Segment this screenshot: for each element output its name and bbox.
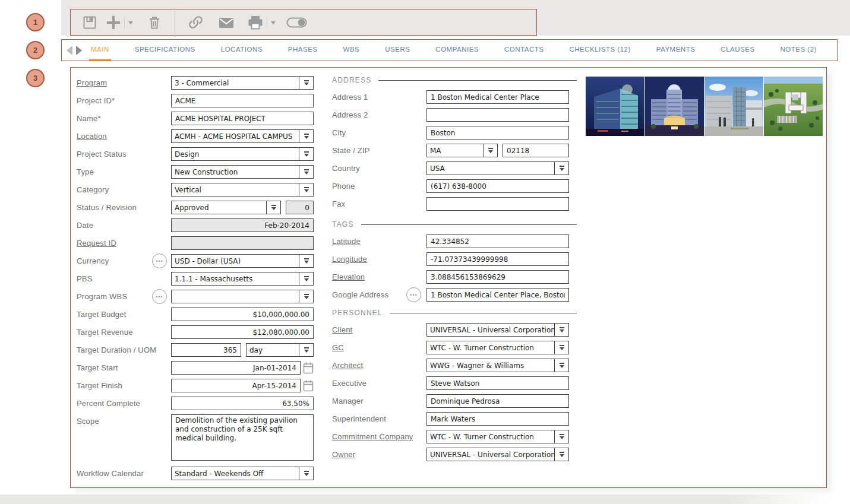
field-row-phone: Phone — [332, 179, 577, 193]
client-label[interactable]: Client — [332, 325, 426, 334]
google-address-input[interactable] — [426, 288, 569, 302]
tab-payments[interactable]: PAYMENTS — [655, 40, 697, 61]
toggle-icon[interactable] — [283, 11, 311, 34]
print-icon[interactable] — [244, 11, 267, 34]
tab-clauses[interactable]: CLAUSES — [719, 40, 756, 61]
program-wbs-select[interactable] — [171, 290, 314, 303]
tabs-scroll-right-icon[interactable] — [76, 46, 82, 55]
status-select[interactable]: Approved — [171, 201, 281, 214]
target-finish-input[interactable] — [171, 379, 301, 392]
latitude-label[interactable]: Latitude — [332, 237, 426, 246]
owner-label[interactable]: Owner — [332, 450, 426, 459]
percent-complete-input[interactable] — [171, 397, 314, 410]
save-icon[interactable] — [77, 11, 103, 34]
currency-more-button[interactable]: ••• — [152, 253, 167, 268]
superintendent-input[interactable] — [426, 412, 569, 426]
type-select[interactable]: New Construction — [171, 165, 314, 179]
tab-contacts[interactable]: CONTACTS — [503, 40, 545, 61]
target-duration-input[interactable] — [171, 343, 241, 357]
gc-label[interactable]: GC — [332, 343, 426, 352]
project-status-select[interactable]: Design — [171, 147, 314, 161]
tab-main[interactable]: MAIN — [89, 40, 111, 61]
target-budget-label: Target Budget — [77, 310, 171, 319]
workflow-calendar-select[interactable]: Standard - Weekends Off — [171, 467, 314, 480]
toolbar — [70, 9, 537, 36]
chevron-down-icon — [299, 77, 313, 89]
duration-uom-select[interactable]: day — [246, 343, 314, 357]
pbs-select[interactable]: 1.1.1 - Massachusetts — [171, 272, 314, 286]
program-label[interactable]: Program — [77, 78, 171, 87]
zip-input[interactable] — [503, 144, 569, 157]
owner-select[interactable]: UNIVERSAL - Universal Corporation — [426, 448, 569, 461]
gc-select[interactable]: WTC - W. Turner Construction — [426, 341, 569, 354]
annotation-marker-1: 1 — [26, 13, 45, 31]
field-row-gc: GC WTC - W. Turner Construction — [332, 341, 577, 354]
tags-section-header: TAGS — [332, 218, 577, 231]
link-icon[interactable] — [182, 11, 208, 34]
target-revenue-input[interactable] — [171, 325, 314, 339]
program-wbs-more-button[interactable]: ••• — [152, 289, 167, 304]
toolbar-divider — [175, 8, 175, 37]
fax-label: Fax — [332, 199, 426, 208]
elevation-label[interactable]: Elevation — [332, 272, 426, 281]
tabs-scroll-left-icon[interactable] — [67, 46, 72, 55]
print-dropdown-caret-icon[interactable] — [271, 21, 276, 24]
field-row-executive: Executive — [332, 376, 577, 390]
tab-checklists[interactable]: CHECKLISTS (12) — [567, 40, 632, 61]
field-row-pbs: PBS 1.1.1 - Massachusetts — [77, 272, 321, 286]
field-row-superintendent: Superintendent — [332, 412, 577, 426]
latitude-input[interactable] — [426, 234, 569, 248]
phone-input[interactable] — [426, 179, 569, 193]
date-label: Date — [77, 221, 171, 230]
request-id-label[interactable]: Request ID — [77, 239, 171, 248]
architect-select[interactable]: WWG - Wagner & Williams — [426, 359, 569, 372]
commitment-company-label[interactable]: Commitment Company — [332, 432, 426, 441]
elevation-input[interactable] — [426, 270, 569, 284]
target-budget-input[interactable] — [171, 308, 314, 321]
fax-input[interactable] — [426, 197, 569, 211]
currency-select[interactable]: USD - Dollar (USA) — [171, 254, 314, 268]
tab-wbs[interactable]: WBS — [342, 40, 362, 61]
add-dropdown-caret-icon[interactable] — [128, 21, 133, 24]
field-row-date: Date — [77, 218, 321, 232]
tab-specifications[interactable]: SPECIFICATIONS — [133, 40, 197, 61]
manager-input[interactable] — [426, 394, 569, 408]
program-select[interactable]: 3 - Commercial — [171, 76, 314, 90]
tab-phases[interactable]: PHASES — [286, 40, 320, 61]
name-input[interactable] — [171, 112, 314, 125]
longitude-label[interactable]: Longitude — [332, 255, 426, 264]
state-select[interactable]: MA — [426, 144, 498, 157]
tab-users[interactable]: USERS — [383, 40, 412, 61]
address1-input[interactable] — [426, 90, 569, 104]
chevron-down-icon — [299, 130, 313, 142]
country-select[interactable]: USA — [426, 161, 569, 175]
google-address-more-button[interactable]: ••• — [406, 287, 421, 302]
commitment-company-select[interactable]: WTC - W. Turner Construction — [426, 430, 569, 443]
email-icon[interactable] — [213, 11, 239, 34]
target-duration-label: Target Duration / UOM — [77, 345, 171, 354]
field-row-program: Program 3 - Commercial — [77, 76, 321, 90]
target-start-input[interactable] — [171, 361, 301, 375]
calendar-icon[interactable] — [303, 379, 314, 392]
delete-icon[interactable] — [141, 11, 168, 34]
field-row-currency: Currency ••• USD - Dollar (USA) — [77, 254, 321, 268]
location-select[interactable]: ACMH - ACME HOSPITAL CAMPUS — [171, 129, 314, 143]
field-row-status-revision: Status / Revision Approved — [77, 201, 321, 214]
field-row-request-id: Request ID — [77, 236, 321, 250]
address2-input[interactable] — [426, 108, 569, 122]
tab-notes[interactable]: NOTES (2) — [779, 40, 819, 61]
executive-input[interactable] — [426, 376, 569, 390]
add-icon[interactable] — [103, 11, 124, 34]
calendar-icon[interactable] — [303, 362, 314, 374]
scope-textarea[interactable]: Demolition of the existing pavilion and … — [171, 414, 314, 461]
category-select[interactable]: Vertical — [171, 183, 314, 196]
client-select[interactable]: UNIVERSAL - Universal Corporation — [426, 323, 569, 337]
personnel-section-title: PERSONNEL — [332, 309, 383, 317]
architect-label[interactable]: Architect — [332, 361, 426, 370]
city-input[interactable] — [426, 126, 569, 140]
project-id-input[interactable] — [171, 94, 314, 107]
location-label[interactable]: Location — [77, 132, 171, 141]
tab-companies[interactable]: COMPANIES — [434, 40, 481, 61]
tab-locations[interactable]: LOCATIONS — [219, 40, 264, 61]
longitude-input[interactable] — [426, 252, 569, 266]
